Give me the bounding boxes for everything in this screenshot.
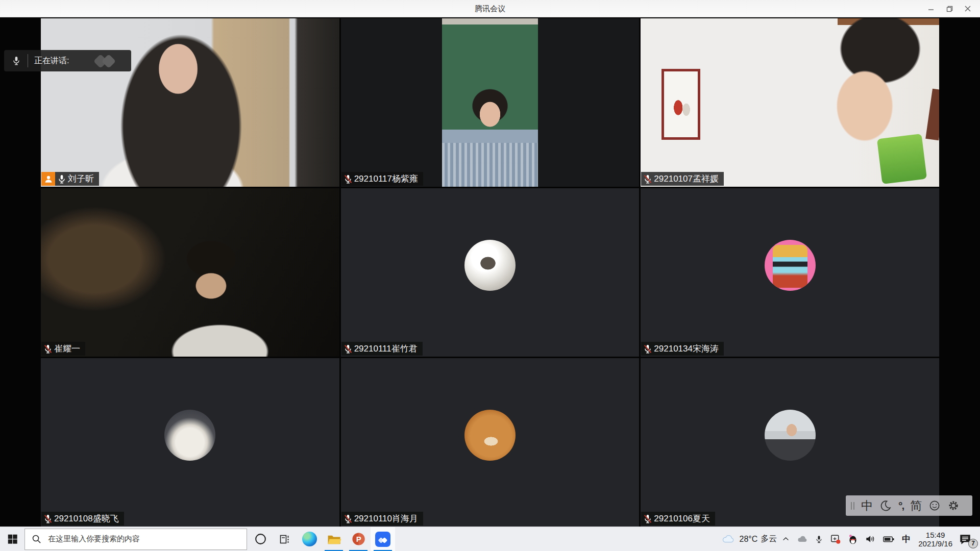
tray-microphone-icon[interactable] [812,527,826,551]
participant-tile[interactable]: 刘子昕 [41,18,339,187]
tray-app-update-icon[interactable] [826,527,844,551]
cortana-icon [254,533,267,545]
start-button[interactable] [0,527,24,551]
punctuation-toggle[interactable]: °, [898,499,903,512]
weather-temp[interactable]: 28°C [738,535,760,544]
taskbar-clock[interactable]: 15:49 2021/9/16 [914,531,957,548]
powerpoint-icon: P [351,532,366,546]
cortana-button[interactable] [248,527,273,551]
participant-nametag: 29210108盛晓飞 [41,512,124,525]
participant-tile[interactable]: 29210111崔竹君 [341,188,640,357]
tencent-meeting-icon [375,532,390,547]
restore-button[interactable] [940,0,959,17]
emoji-icon[interactable] [928,499,941,512]
meeting-titlebar: 腾讯会议 [0,0,980,17]
participant-video [641,18,939,187]
participant-name: 29210110肖海月 [354,513,418,524]
drag-handle-icon[interactable] [851,502,854,510]
desktop-screen: 腾讯会议 [0,0,980,551]
powerpoint-button[interactable]: P [346,527,371,551]
close-button[interactable] [959,0,977,17]
taskbar-search-input[interactable]: 在这里输入你要搜索的内容 [24,529,247,550]
task-view-icon [279,533,291,545]
host-badge [41,172,55,186]
speaking-label: 正在讲话: [34,56,69,66]
task-view-button[interactable] [273,527,297,551]
participant-grid: 刘子昕 29210117杨紫雍 [41,18,939,527]
system-tray: 28°C 多云 [718,527,980,551]
mic-muted-icon [43,343,53,355]
participant-nametag: 29210117杨紫雍 [341,172,423,186]
gear-icon[interactable] [947,499,960,512]
mic-muted-icon [43,513,53,524]
search-placeholder: 在这里输入你要搜索的内容 [48,534,140,544]
participant-video [341,18,640,187]
meeting-stage: 刘子昕 29210117杨紫雍 [0,17,980,527]
participant-name: 崔耀一 [54,343,80,355]
notification-badge: 7 [968,539,978,548]
ime-mode-toggle[interactable]: 中 [861,498,873,514]
participant-name: 29210108盛晓飞 [54,513,119,524]
blurred-speaker-name [91,54,122,67]
mic-muted-icon [643,343,653,355]
participant-tile[interactable]: 崔耀一 [41,188,339,357]
participant-nametag: 29210111崔竹君 [341,342,423,356]
action-center-button[interactable]: 7 [957,527,974,551]
participant-tile[interactable]: 29210110肖海月 [341,358,640,527]
windows-taskbar: 在这里输入你要搜索的内容 [0,527,980,551]
avatar-image [765,410,816,461]
participant-name: 29210134宋海涛 [654,343,719,355]
mic-on-icon [11,55,21,67]
onedrive-cloud-icon[interactable] [793,527,812,551]
weather-condition[interactable]: 多云 [759,534,778,544]
avatar-image [765,240,816,291]
person-icon [44,174,53,184]
file-explorer-button[interactable] [322,527,346,551]
mic-muted-icon [643,173,653,185]
participant-tile[interactable]: 29210117杨紫雍 [341,18,640,187]
ime-language-indicator[interactable]: 中 [898,533,914,545]
participant-tile[interactable]: 29210107孟祥媛 [641,18,939,187]
clock-date: 2021/9/16 [918,539,952,548]
tencent-meeting-button[interactable] [371,527,395,551]
participant-name: 29210106夏天 [654,513,710,524]
tray-chevron-up-icon[interactable] [778,527,793,551]
photo-frame [662,69,700,140]
moon-icon[interactable] [879,499,892,512]
mic-on-icon [57,173,67,185]
avatar-image [464,240,516,291]
volume-icon[interactable] [862,527,879,551]
participant-nametag: 29210134宋海涛 [641,342,724,356]
participant-nametag: 崔耀一 [41,342,85,356]
mic-muted-icon [343,343,353,355]
participant-name: 刘子昕 [68,173,94,185]
avatar-image [464,410,516,461]
qq-icon[interactable] [844,527,862,551]
participant-video [41,18,339,187]
battery-icon[interactable] [879,527,898,551]
windows-logo-icon [7,534,18,544]
ime-toolbar[interactable]: 中 °, 简 [846,495,972,516]
file-explorer-icon [327,533,341,546]
participant-nametag: 29210107孟祥媛 [641,172,724,186]
window-title: 腾讯会议 [0,0,980,17]
weather-icon[interactable] [718,527,738,551]
minimize-button[interactable] [922,0,940,17]
participant-name: 29210107孟祥媛 [654,173,719,185]
search-icon [31,534,42,544]
edge-icon [302,532,317,546]
participant-tile[interactable]: 29210108盛晓飞 [41,358,339,527]
mic-muted-icon [343,173,353,185]
participant-nametag: 29210110肖海月 [341,512,423,525]
participant-tile[interactable]: 29210134宋海涛 [641,188,939,357]
participant-video [41,188,339,357]
participant-nametag: 29210106夏天 [641,512,715,525]
edge-button[interactable] [297,527,322,551]
avatar-image [164,410,215,461]
powerpoint-letter: P [356,535,361,543]
mic-muted-icon [343,513,353,524]
speaking-banner: 正在讲话: [4,50,131,71]
participant-nametag: 刘子昕 [55,172,99,186]
participant-name: 29210111崔竹君 [354,343,418,355]
charset-toggle[interactable]: 简 [910,498,922,514]
